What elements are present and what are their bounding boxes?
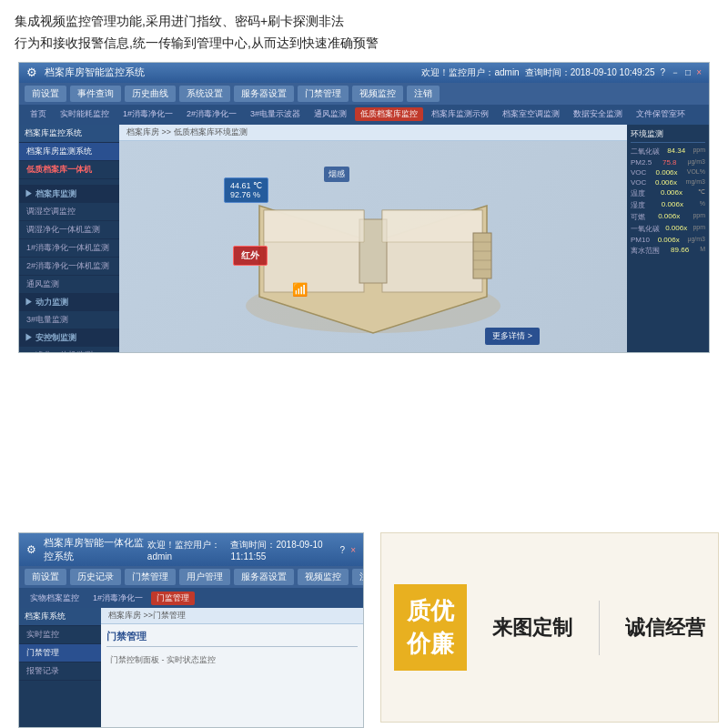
env-voc1-unit: VOL% xyxy=(687,168,705,177)
env-comb-val: 0.006x xyxy=(658,212,680,222)
promo-text1: 来图定制 xyxy=(492,614,572,642)
sidebar-item-yiti[interactable]: 调湿净化一体机监测 xyxy=(19,221,119,239)
subnav-dianliang[interactable]: 3#电量示波器 xyxy=(245,107,306,121)
sidebar2-item3[interactable]: 报警记录 xyxy=(19,662,101,681)
sidebar-item-tongfeng2[interactable]: 通风监测 xyxy=(19,276,119,294)
env-comb-unit: ppm xyxy=(693,212,705,222)
menu2-qianshe[interactable]: 前设置 xyxy=(25,569,66,585)
menu2-zhuxiao[interactable]: 注销 xyxy=(352,569,363,585)
sidebar2-item2[interactable]: 门禁管理 xyxy=(19,644,101,662)
subnav-2: 实物档案监控 1#消毒净化一 门监管理 xyxy=(19,588,363,608)
sidebar-item-tiaokong[interactable]: 调湿空调监控 xyxy=(19,203,119,221)
menubar-1: 前设置 事件查询 历史曲线 系统设置 服务器设置 门禁管理 视频监控 注销 xyxy=(19,83,709,105)
temp-sensor[interactable]: 44.61 ℃92.76 % xyxy=(224,177,268,203)
env-water-val: 89.66 xyxy=(671,246,689,256)
env-temp: 温度 0.006x ℃ xyxy=(631,188,705,198)
env-voc2-label: VOC xyxy=(631,178,646,187)
sidebar-item-dangangku[interactable]: 档案库房监测系统 xyxy=(19,143,119,161)
sidebar2-item1[interactable]: 实时监控 xyxy=(19,626,101,644)
menu-zhuxiao[interactable]: 注销 xyxy=(407,86,440,102)
menu2-lishi[interactable]: 历史记录 xyxy=(70,569,121,585)
subnav-kongtiao[interactable]: 档案室空调监测 xyxy=(497,107,565,121)
sidebar-group-huanjing: ▶ 档案库监测 xyxy=(19,186,119,203)
env-pm10-val: 0.006x xyxy=(658,236,680,244)
env-water-label: 离水范围 xyxy=(631,246,660,256)
env-voc2-unit: mg/m3 xyxy=(686,178,705,187)
env-voc2-val: 0.006x xyxy=(655,178,677,187)
sidebar-item-jian[interactable] xyxy=(19,179,119,186)
sidebar-item-xiaoduq2[interactable]: 2#消毒净化一体机监测 xyxy=(19,258,119,276)
menu2-menjin[interactable]: 门禁管理 xyxy=(125,569,176,585)
subnav-shuju[interactable]: 数据安全监测 xyxy=(568,107,628,121)
floorplan-svg xyxy=(241,151,505,342)
sidebar-item-dianliang2[interactable]: 3#电量监测 xyxy=(19,311,119,329)
wifi-icon: 📶 xyxy=(292,282,308,297)
intro-line2: 行为和接收报警信息,统一传输到管理中心,从而达到快速准确预警 xyxy=(15,33,713,55)
next-details-btn[interactable]: 更多详情 > xyxy=(485,328,540,345)
smoke-sensor[interactable]: 烟感 xyxy=(324,167,349,182)
env-panel: 环境监测 二氧化碳 84.34 ppm PM2.5 75.8 μg/m3 xyxy=(627,125,709,352)
sidebar-item-xiaoduq1[interactable]: 1#消毒净化一体机监测 xyxy=(19,239,119,258)
promo-text2: 诚信经营 xyxy=(625,614,705,642)
door-management-panel: 门禁管理 门禁控制面板 - 实时状态监控 xyxy=(101,624,363,727)
env-co-val: 0.006x xyxy=(665,224,687,234)
subnav-1: 首页 实时能耗监控 1#消毒净化一 2#消毒净化一 3#电量示波器 通风监测 低… xyxy=(19,105,709,125)
env-pm10-unit: μg/m3 xyxy=(687,236,705,244)
menu-shijian[interactable]: 事件查询 xyxy=(70,86,121,102)
welcome-text-1: 欢迎！监控用户：admin xyxy=(421,66,519,79)
env-humid-label: 湿度 xyxy=(631,200,645,210)
window-question[interactable]: ? xyxy=(661,67,666,77)
env-pm10-label: PM10 xyxy=(631,236,650,244)
sidebar-item-jinghua[interactable]: 1#净化一体机监测 xyxy=(19,347,119,352)
env-pm10: PM10 0.006x μg/m3 xyxy=(631,236,705,244)
window-close[interactable]: × xyxy=(696,67,702,77)
subnav-didang[interactable]: 低质档案库监控 xyxy=(355,107,423,121)
yellow-promo-badge: 质优 价廉 xyxy=(394,584,467,670)
subnav-dajian[interactable]: 档案库监测示例 xyxy=(426,107,494,121)
env-humid-unit: % xyxy=(700,200,705,210)
subnav-xiaoduqa2[interactable]: 2#消毒净化一 xyxy=(181,107,242,121)
subnav2-shiwu[interactable]: 实物档案监控 xyxy=(25,592,85,605)
subnav2-menjian[interactable]: 门监管理 xyxy=(151,592,195,605)
env-co-unit: ppm xyxy=(693,224,705,234)
menu-shipin[interactable]: 视频监控 xyxy=(352,86,403,102)
env-humid-val: 0.006x xyxy=(662,200,683,210)
menu2-yonghu[interactable]: 用户管理 xyxy=(179,569,230,585)
software-ui-2: ⚙ 档案库房智能一体化监控系统 欢迎！监控用户：admin 查询时间：2018-… xyxy=(19,533,363,727)
env-pm25: PM2.5 75.8 μg/m3 xyxy=(631,158,705,167)
menu-fuwuqi[interactable]: 服务器设置 xyxy=(234,86,294,102)
sidebar-2: 档案库系统 实时监控 门禁管理 报警记录 xyxy=(19,608,101,727)
env-co2-unit: ppm xyxy=(693,147,705,157)
menu-xitong[interactable]: 系统设置 xyxy=(179,86,230,102)
titlebar-2: ⚙ 档案库房智能一体化监控系统 欢迎！监控用户：admin 查询时间：2018-… xyxy=(19,533,363,566)
window-min[interactable]: － xyxy=(671,66,680,79)
env-voc1-val: 0.006x xyxy=(656,168,678,177)
app-title-2: 档案库房智能一体化监控系统 xyxy=(44,536,147,563)
welcome-text-2: 欢迎！监控用户：admin xyxy=(147,539,226,561)
menu2-shipin[interactable]: 视频监控 xyxy=(298,569,349,585)
center-2: 档案库房 >>门禁管理 门禁管理 门禁控制面板 - 实时状态监控 xyxy=(101,608,363,727)
titlebar2-right: 欢迎！监控用户：admin 查询时间：2018-09-10 11:11:55 ?… xyxy=(147,539,356,561)
subnav-wenjian[interactable]: 文件保管室环 xyxy=(631,107,691,121)
menu-lishi[interactable]: 历史曲线 xyxy=(125,86,176,102)
subnav-tongfeng[interactable]: 通风监测 xyxy=(308,107,352,121)
window-max[interactable]: □ xyxy=(685,67,691,77)
door-content: 门禁控制面板 - 实时状态监控 xyxy=(106,651,358,670)
infrared-sensor[interactable]: 红外 xyxy=(233,246,268,266)
env-voc2: VOC 0.006x mg/m3 xyxy=(631,178,705,187)
svg-rect-7 xyxy=(473,233,491,278)
menu2-fuwuqi[interactable]: 服务器设置 xyxy=(234,569,294,585)
menu-qianshe[interactable]: 前设置 xyxy=(25,86,66,102)
menu-menjin[interactable]: 门禁管理 xyxy=(298,86,349,102)
subnav-shouye[interactable]: 首页 xyxy=(25,107,52,121)
env-temp-unit: ℃ xyxy=(698,188,705,198)
env-temp-label: 温度 xyxy=(631,188,645,198)
titlebar-left: ⚙ 档案库房智能监控系统 xyxy=(26,66,145,79)
window2-close[interactable]: × xyxy=(350,545,356,555)
subnav2-xiaodu[interactable]: 1#消毒净化一 xyxy=(87,592,148,605)
env-pm25-unit: μg/m3 xyxy=(687,158,705,167)
subnav-nenghao[interactable]: 实时能耗监控 xyxy=(55,107,115,121)
subnav-xiaoduqa1[interactable]: 1#消毒净化一 xyxy=(117,107,178,121)
window2-question[interactable]: ? xyxy=(340,545,346,555)
sidebar-item-dizhidang[interactable]: 低质档案库一体机 xyxy=(19,161,119,179)
